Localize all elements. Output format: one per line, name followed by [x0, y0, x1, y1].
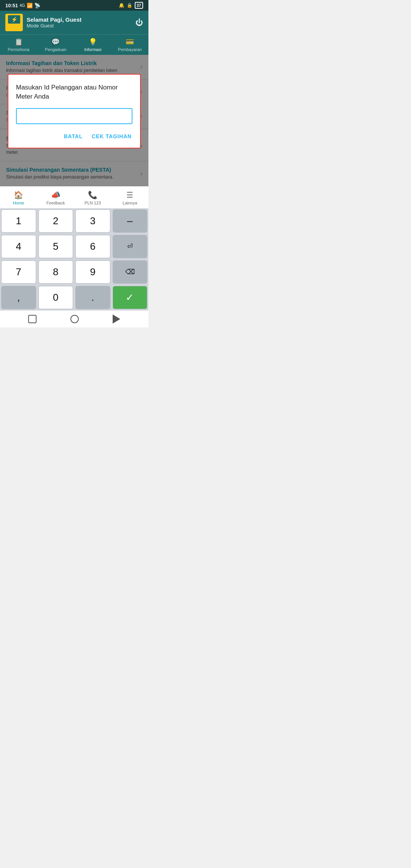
tab-pengaduan-icon: 💬: [51, 38, 60, 46]
key-dash[interactable]: –: [113, 209, 148, 233]
customer-id-input[interactable]: [16, 108, 132, 124]
tab-pembayaran[interactable]: 💳 Pembayaran: [112, 35, 149, 55]
nav-home-button[interactable]: [70, 315, 79, 323]
key-space[interactable]: ⏎: [113, 235, 148, 258]
content-area: Informasi Tagihan dan Token Listrik Info…: [0, 55, 148, 186]
tab-informasi-icon: 💡: [89, 38, 97, 46]
status-bar: 10:51 4G 📶 📡 🔔 🔒 37: [0, 0, 148, 11]
pln-logo: ⚡ PLN MOBILE: [5, 14, 23, 31]
keyboard-row-2: 4 5 6 ⏎: [0, 234, 148, 259]
key-5[interactable]: 5: [38, 235, 73, 258]
bottom-nav-pln123[interactable]: 📞 PLN 123: [74, 187, 112, 208]
battery-display: 37: [135, 2, 143, 9]
bottom-nav-feedback[interactable]: 📣 Feedback: [37, 187, 75, 208]
key-confirm[interactable]: ✓: [113, 286, 148, 309]
tab-permohona-label: Permohona: [8, 47, 29, 52]
lock-icon: 🔒: [127, 3, 132, 8]
wifi-icon: 📡: [34, 3, 40, 8]
key-comma[interactable]: ,: [1, 286, 36, 309]
cancel-button[interactable]: BATAL: [63, 132, 83, 141]
tab-permohona[interactable]: 📋 Permohona: [0, 35, 37, 55]
tab-pembayaran-label: Pembayaran: [118, 47, 142, 52]
status-left: 10:51 4G 📶 📡: [5, 3, 40, 8]
key-period[interactable]: .: [75, 286, 110, 309]
key-7[interactable]: 7: [1, 260, 36, 284]
nav-back-button[interactable]: [113, 314, 120, 324]
header-title: Selamat Pagi, Guest Mode Guest: [27, 16, 81, 29]
keyboard-row-1: 1 2 3 –: [0, 208, 148, 234]
tab-pengaduan-label: Pengaduan: [45, 47, 66, 52]
keyboard-row-3: 7 8 9 ⌫: [0, 259, 148, 285]
pln123-icon: 📞: [88, 190, 97, 199]
home-icon: 🏠: [14, 190, 23, 199]
power-button[interactable]: ⏻: [135, 18, 143, 27]
check-bill-button[interactable]: CEK TAGIHAN: [91, 132, 132, 141]
tab-informasi[interactable]: 💡 Informasi: [74, 35, 112, 55]
customer-id-dialog: Masukan Id Pelanggan atau Nomor Meter An…: [8, 74, 141, 148]
app-header: ⚡ PLN MOBILE Selamat Pagi, Guest Mode Gu…: [0, 11, 148, 34]
key-2[interactable]: 2: [38, 209, 73, 233]
key-backspace[interactable]: ⌫: [113, 260, 148, 284]
system-nav-bar: [0, 310, 148, 327]
lainnya-icon: ☰: [126, 190, 133, 199]
pln-lightning-icon: ⚡: [11, 16, 18, 22]
pln-logo-top: ⚡: [8, 15, 20, 24]
bottom-nav-pln123-label: PLN 123: [84, 201, 101, 205]
bottom-nav-home[interactable]: 🏠 Home: [0, 187, 37, 208]
network-indicator: 4G: [19, 3, 25, 8]
dialog-actions: BATAL CEK TAGIHAN: [16, 132, 132, 141]
nav-tabs: 📋 Permohona 💬 Pengaduan 💡 Informasi 💳 Pe…: [0, 34, 148, 55]
key-3[interactable]: 3: [75, 209, 110, 233]
tab-informasi-label: Informasi: [84, 47, 101, 52]
status-right: 🔔 🔒 37: [119, 2, 143, 9]
feedback-icon: 📣: [51, 190, 61, 199]
tab-permohona-icon: 📋: [14, 38, 23, 46]
bottom-nav-home-label: Home: [13, 201, 24, 205]
header-left: ⚡ PLN MOBILE Selamat Pagi, Guest Mode Gu…: [5, 14, 81, 31]
dialog-title: Masukan Id Pelanggan atau Nomor Meter An…: [16, 83, 132, 101]
keyboard-row-4: , 0 . ✓: [0, 285, 148, 310]
key-0[interactable]: 0: [38, 286, 73, 309]
key-6[interactable]: 6: [75, 235, 110, 258]
key-8[interactable]: 8: [38, 260, 73, 284]
signal-icon: 📶: [27, 3, 33, 8]
bottom-nav-feedback-label: Feedback: [46, 201, 65, 205]
numeric-keyboard: 1 2 3 – 4 5 6 ⏎ 7 8 9 ⌫ , 0 . ✓: [0, 208, 148, 310]
time-display: 10:51: [5, 3, 18, 8]
bottom-nav-lainnya-label: Lainnya: [123, 201, 137, 205]
mode-text: Mode Guest: [27, 23, 81, 29]
tab-pengaduan[interactable]: 💬 Pengaduan: [37, 35, 75, 55]
greeting-text: Selamat Pagi, Guest: [27, 16, 81, 23]
key-4[interactable]: 4: [1, 235, 36, 258]
bell-icon: 🔔: [119, 3, 124, 8]
pln-mobile-text: MOBILE: [10, 27, 18, 30]
bottom-nav: 🏠 Home 📣 Feedback 📞 PLN 123 ☰ Lainnya: [0, 186, 148, 208]
key-1[interactable]: 1: [1, 209, 36, 233]
bottom-nav-lainnya[interactable]: ☰ Lainnya: [112, 187, 149, 208]
pln-text: PLN: [11, 24, 18, 27]
tab-pembayaran-icon: 💳: [126, 38, 134, 46]
nav-recents-button[interactable]: [28, 315, 37, 323]
key-9[interactable]: 9: [75, 260, 110, 284]
